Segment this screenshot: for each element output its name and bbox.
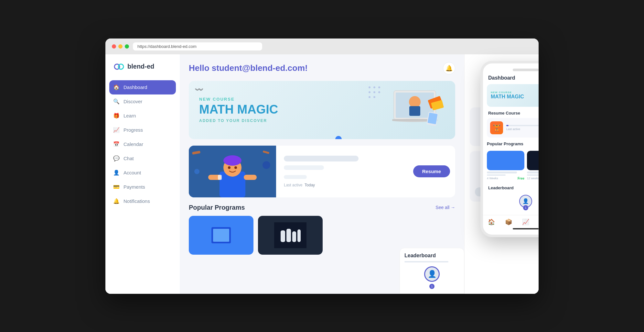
progress-icon: 📈: [113, 127, 120, 133]
svg-point-7: [378, 91, 380, 93]
svg-point-2: [369, 86, 370, 88]
course-status-skeleton: [284, 175, 307, 179]
account-icon: 👤: [113, 170, 120, 176]
svg-rect-36: [213, 229, 229, 242]
program-card-2[interactable]: [258, 216, 323, 255]
phone-prog-info-2: 12 weeks Free: [527, 170, 539, 182]
svg-rect-14: [409, 106, 420, 116]
svg-point-1: [118, 64, 123, 69]
minimize-dot[interactable]: [118, 44, 123, 49]
course-banner: 〰️ New Course Math Magic Added to your d…: [189, 81, 455, 139]
svg-point-5: [369, 91, 370, 93]
svg-point-9: [373, 96, 375, 98]
svg-point-28: [223, 155, 242, 166]
phone-home-bar: [513, 228, 539, 229]
phone-progress-track: Last active Today: [506, 125, 539, 131]
banner-desc: Added to your discover: [199, 118, 278, 123]
app-container: blend-ed 🏠 Dashboard 🔍 Discover 🎁 Learn …: [105, 54, 539, 294]
home-icon: 🏠: [113, 84, 120, 91]
svg-point-8: [369, 96, 370, 98]
svg-point-4: [378, 86, 380, 88]
phone-prog-bar2-1: [487, 174, 506, 176]
sidebar-item-notifications[interactable]: 🔔 Notifications: [105, 194, 180, 208]
phone-notch: [513, 69, 539, 71]
phone-prog-img-1: [487, 151, 524, 170]
phone-nav-activity[interactable]: 📈: [522, 218, 529, 226]
phone-resume-card[interactable]: 🏋️ Last active Today 0%: [487, 118, 539, 138]
close-dot[interactable]: [112, 44, 116, 49]
see-all-programs-link[interactable]: See all →: [435, 205, 455, 210]
sidebar-item-label: Notifications: [123, 198, 150, 204]
phone-mockup: Dashboard 🔥 0 🔔 New Course Math Magic 💻 …: [480, 61, 539, 237]
sidebar-item-label: Dashboard: [123, 84, 147, 90]
phone-prog-bar1-2: [527, 172, 539, 173]
course-card: Last active Today Resume: [189, 146, 455, 197]
payments-icon: 💳: [113, 184, 120, 190]
circle-decoration: [335, 136, 342, 139]
svg-point-25: [194, 169, 199, 174]
phone-prog-card-2[interactable]: 12 weeks Free: [527, 151, 539, 182]
svg-rect-33: [218, 175, 222, 180]
svg-point-24: [263, 161, 270, 169]
program-card-1[interactable]: [189, 216, 253, 255]
phone-course-thumb: 🏋️: [490, 121, 503, 134]
phone-bottom-nav: 🏠 📦 📈 🔍 👤: [483, 215, 539, 226]
logo-text: blend-ed: [127, 63, 154, 70]
discover-icon: 🔍: [113, 98, 120, 105]
phone-free-1: Free: [518, 177, 524, 180]
browser-dots: [112, 44, 129, 49]
banner-subtitle: New Course: [199, 97, 278, 102]
svg-rect-41: [297, 229, 301, 242]
phone-last-active: Last active Today: [506, 127, 539, 131]
resume-button[interactable]: Resume: [413, 165, 450, 177]
url-bar[interactable]: https://dashboard.blend-ed.com: [133, 42, 262, 50]
sidebar-item-label: Chat: [123, 156, 134, 161]
phone-banner: New Course Math Magic 💻: [487, 84, 539, 107]
phone-prog-bar2-2: [527, 174, 539, 176]
svg-rect-20: [427, 113, 437, 124]
phone-nav-home[interactable]: 🏠: [488, 218, 495, 226]
sidebar-item-discover[interactable]: 🔍 Discover: [105, 94, 180, 109]
phone-prog-bar1-1: [487, 172, 517, 173]
sidebar-item-label: Discover: [123, 99, 142, 104]
greeting: Hello student@blend-ed.com!: [189, 63, 308, 73]
sidebar-item-label: Learn: [123, 113, 136, 118]
logo-icon: [113, 61, 125, 72]
sidebar-item-payments[interactable]: 💳 Payments: [105, 180, 180, 194]
maximize-dot[interactable]: [125, 44, 129, 49]
sidebar-item-chat[interactable]: 💬 Chat: [105, 151, 180, 166]
phone-programs-grid: 4 Weeks Free 12 weeks Free: [483, 151, 539, 182]
notification-bell-button[interactable]: 🔔: [443, 62, 455, 74]
sidebar-item-calendar[interactable]: 📅 Calendar: [105, 137, 180, 151]
program-thumb-2: [258, 216, 323, 255]
phone-prog-info-1: 4 Weeks Free: [487, 170, 524, 182]
phone-progress-bar: [506, 125, 539, 126]
leaderboard-avatar: 👤: [424, 266, 440, 282]
program-thumb-1: [189, 216, 253, 255]
chat-icon: 💬: [113, 155, 120, 162]
phone-resume-title: Resume Course: [483, 111, 539, 116]
phone-banner-subtitle: New Course: [491, 91, 524, 94]
svg-rect-38: [281, 230, 285, 242]
sidebar-item-learn[interactable]: 🎁 Learn: [105, 109, 180, 123]
phone-leader-badge: 1: [523, 205, 528, 210]
sidebar-item-label: Payments: [123, 184, 145, 190]
course-thumbnail: [189, 146, 276, 197]
page-header: Hello student@blend-ed.com! 🔔: [189, 62, 455, 74]
laptop-illustration: [381, 81, 445, 139]
sidebar-item-progress[interactable]: 📈 Progress: [105, 123, 180, 137]
phone-prog-card-1[interactable]: 4 Weeks Free: [487, 151, 524, 182]
svg-rect-39: [286, 229, 291, 242]
phone-leaderboard-area: 👤 1: [483, 193, 539, 212]
course-info: Last active Today: [276, 149, 407, 194]
leaderboard-title: Leaderboard: [404, 253, 436, 258]
last-active-info: Last active Today: [284, 183, 399, 187]
phone-nav-cube[interactable]: 📦: [505, 218, 512, 226]
phone-progress-fill: [506, 125, 509, 126]
phone-title: Dashboard: [488, 75, 515, 81]
svg-rect-32: [244, 175, 257, 180]
sidebar-item-dashboard[interactable]: 🏠 Dashboard: [109, 80, 176, 94]
phone-leader-entry: 👤 1: [519, 195, 532, 210]
sidebar-item-account[interactable]: 👤 Account: [105, 166, 180, 180]
notifications-icon: 🔔: [113, 198, 120, 205]
